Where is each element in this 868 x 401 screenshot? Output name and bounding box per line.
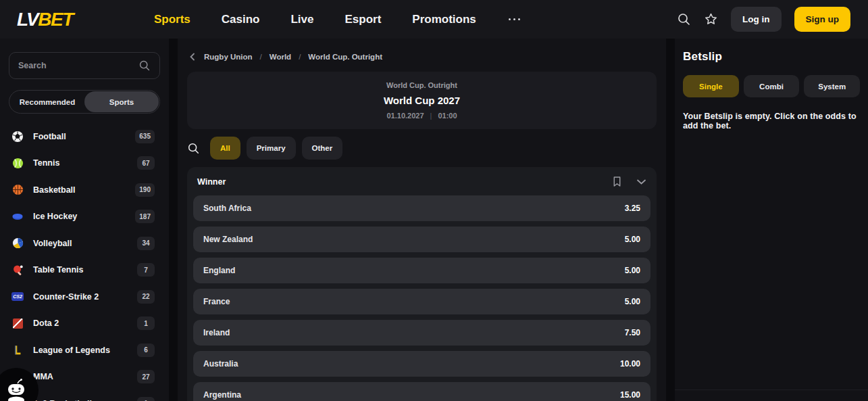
sidebar-item-league-of-legends[interactable]: League of Legends 6 [9,337,160,364]
event-category: World Cup. Outright [386,81,457,89]
outcome-row-france[interactable]: France 5.00 [193,289,650,314]
outcome-odds: 10.00 [620,359,640,369]
nav-item-casino[interactable]: Casino [222,13,260,26]
dota2-icon [11,317,24,329]
main-scrollbar[interactable] [666,39,675,401]
sidebar-item-table-tennis[interactable]: Table Tennis 7 [9,257,160,284]
bookmark-icon[interactable] [612,176,622,187]
logo-bet: BET [38,9,73,30]
outcome-row-ireland[interactable]: Ireland 7.50 [193,320,650,346]
sidebar-item-label: Table Tennis [33,265,128,275]
event-title: World Cup 2027 [384,95,460,106]
betslip-tab-combi[interactable]: Combi [744,75,800,97]
event-header-card: World Cup. Outright World Cup 2027 01.10… [187,72,657,129]
sports-sidebar: Recommended Sports Football 635 Tennis 6… [0,39,169,401]
back-chevron-icon[interactable] [188,52,197,62]
sidebar-item-volleyball[interactable]: Volleyball 34 [9,230,160,257]
outcome-name: Australia [203,359,620,369]
top-bar: LVBET Sports Casino Live Esport Promotio… [0,0,868,39]
count-badge: 190 [135,183,155,197]
sidebar-search-input[interactable] [18,61,138,70]
outcome-row-australia[interactable]: Australia 10.00 [193,351,650,377]
market-search-icon[interactable] [187,142,200,155]
sidebar-scrollbar[interactable] [169,39,178,401]
breadcrumb-world-cup-outright[interactable]: World Cup. Outright [299,53,382,61]
betslip-tab-system[interactable]: System [804,75,860,97]
sidebar-item-counter-strike-2[interactable]: CS2 Counter-Strike 2 22 [9,283,160,310]
outcome-name: New Zealand [203,235,625,244]
sidebar-search-box [9,52,160,79]
event-time: 01:00 [430,112,457,120]
outcome-odds: 7.50 [625,328,640,337]
count-badge: 7 [137,263,155,277]
search-icon [138,60,151,72]
count-badge: 1 [137,316,155,330]
top-actions: Log in Sign up [677,7,850,32]
count-badge: 27 [137,370,155,383]
star-icon[interactable] [704,12,718,26]
lvbet-logo[interactable]: LVBET [17,9,73,30]
count-badge: 1 [137,397,155,401]
chevron-down-icon[interactable] [636,179,646,185]
nav-item-sports[interactable]: Sports [154,13,190,26]
outcome-name: South Africa [203,204,625,213]
count-badge: 67 [137,156,155,170]
outcome-row-england[interactable]: England 5.00 [193,258,650,283]
outcome-odds: 5.00 [625,235,640,244]
sidebar-item-label: Counter-Strike 2 [33,292,128,302]
ice-hockey-icon [11,210,24,222]
outcome-odds: 3.25 [625,204,640,213]
login-button[interactable]: Log in [731,7,782,32]
outcome-row-new-zealand[interactable]: New Zealand 5.00 [193,227,650,252]
nav-item-live[interactable]: Live [290,13,313,26]
sidebar-item-label: League of Legends [33,346,128,355]
logo-lv: LV [17,9,38,30]
sidebar-item-label: Dota 2 [33,319,128,328]
betslip-panel: Betslip Single Combi System Your Betslip… [675,39,868,401]
sidebar-item-label: MMA [33,372,128,381]
league-of-legends-icon [11,344,24,356]
sidebar-item-label: Volleyball [33,239,128,248]
chatbot-robot-icon [3,377,30,401]
nav-item-promotions[interactable]: Promotions [412,13,476,26]
cs2-icon: CS2 [11,291,24,303]
signup-button[interactable]: Sign up [794,7,851,32]
filter-primary[interactable]: Primary [247,137,296,160]
outcome-row-argentina[interactable]: Argentina 15.00 [193,382,650,401]
tab-sports[interactable]: Sports [84,91,159,112]
sidebar-item-football[interactable]: Football 635 [9,123,160,150]
outcome-row-south-africa[interactable]: South Africa 3.25 [193,195,650,221]
betslip-title: Betslip [683,50,860,64]
betslip-tabs: Single Combi System [683,75,860,97]
sidebar-item-label: Football [33,132,126,141]
main-nav: Sports Casino Live Esport Promotions [154,13,596,26]
count-badge: 34 [137,237,155,250]
breadcrumb: Rugby Union World World Cup. Outright [187,39,657,72]
sidebar-item-basketball[interactable]: Basketball 190 [9,176,160,204]
basketball-icon [11,184,24,196]
breadcrumb-rugby-union[interactable]: Rugby Union [204,53,253,61]
main-content: Rugby Union World World Cup. Outright Wo… [178,39,666,401]
event-datetime: 01.10.2027 01:00 [386,112,457,120]
more-menu-icon[interactable] [507,14,521,24]
outcome-name: Ireland [203,328,625,337]
outcome-name: Argentina [203,390,620,400]
sidebar-item-dota-2[interactable]: Dota 2 1 [9,310,160,337]
event-date: 01.10.2027 [386,112,424,120]
sidebar-item-label: Tennis [33,158,128,168]
market-header: Winner [193,176,650,195]
market-filter-row: All Primary Other [187,137,657,160]
betslip-tab-single[interactable]: Single [683,75,739,97]
search-icon[interactable] [677,12,691,26]
market-title: Winner [197,177,612,187]
volleyball-icon [11,237,24,250]
nav-item-esport[interactable]: Esport [345,13,382,26]
filter-other[interactable]: Other [302,137,343,160]
sidebar-item-ice-hockey[interactable]: Ice Hockey 187 [9,204,160,231]
filter-all[interactable]: All [210,137,240,160]
tab-recommended[interactable]: Recommended [10,91,84,112]
sidebar-item-tennis[interactable]: Tennis 67 [9,150,160,177]
breadcrumb-world[interactable]: World [260,53,292,61]
sidebar-tab-group: Recommended Sports [9,90,160,114]
outcome-odds: 15.00 [620,390,640,400]
